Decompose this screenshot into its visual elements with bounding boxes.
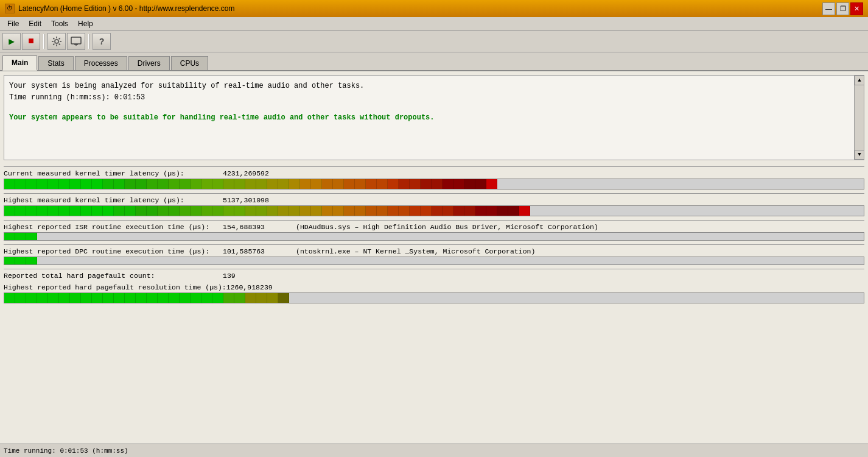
stat-desc-3: (ntoskrnl.exe – NT Kernel _System, Micro… (296, 247, 535, 255)
stats-section: Current measured kernel timer latency (µ… (4, 164, 864, 444)
stat-desc-2: (HDAudBus.sys – High Definition Audio Bu… (296, 223, 598, 231)
stat-label-5: Highest reported hard pagefault resoluti… (4, 283, 226, 291)
menu-file[interactable]: File (2, 18, 24, 29)
toolbar-separator-1 (43, 34, 44, 49)
stat-label-line-2: Highest reported ISR routine execution t… (4, 223, 864, 231)
stat-value-0: 4231,269592 (223, 169, 296, 177)
status-bar: Time running: 0:01:53 (h:mm:ss) (0, 444, 868, 457)
stop-button[interactable]: ■ (22, 33, 40, 50)
stat-row-3: Highest reported DPC routine execution t… (4, 247, 864, 265)
help-button[interactable]: ? (93, 33, 111, 50)
title-bar: ⏱ LatencyMon (Home Edition ) v 6.00 - ht… (0, 0, 868, 17)
svg-line-7 (59, 38, 60, 39)
play-button[interactable]: ▶ (2, 33, 21, 50)
tab-bar: Main Stats Processes Drivers CPUs (0, 52, 868, 71)
menu-tools[interactable]: Tools (46, 18, 73, 29)
stat-bar-3 (4, 257, 864, 265)
stat-value-3: 101,585763 (223, 247, 296, 255)
separator-1 (4, 193, 864, 194)
options-icon (51, 36, 62, 47)
separator-2 (4, 220, 864, 221)
separator-4 (4, 269, 864, 269)
tab-drivers[interactable]: Drivers (128, 56, 170, 71)
stat-label-line-3: Highest reported DPC routine execution t… (4, 247, 864, 255)
analysis-line-1: Your system is being analyzed for suitab… (9, 80, 848, 92)
analysis-status: Your system appears to be suitable for h… (9, 112, 848, 124)
svg-rect-9 (71, 37, 81, 44)
stat-value-5: 1260,918239 (226, 283, 299, 291)
menu-bar: File Edit Tools Help (0, 17, 868, 30)
window-title: LatencyMon (Home Edition ) v 6.00 - http… (18, 4, 235, 13)
stat-value-1: 5137,301098 (223, 196, 296, 204)
stat-label-0: Current measured kernel timer latency (µ… (4, 169, 223, 177)
stat-label-3: Highest reported DPC routine execution t… (4, 247, 223, 255)
scroll-up-button[interactable]: ▲ (855, 76, 864, 85)
stat-bar-2 (4, 232, 864, 241)
scroll-track[interactable] (855, 85, 864, 150)
stat-label-2: Highest reported ISR routine execution t… (4, 223, 223, 231)
stat-row-5: Highest reported hard pagefault resoluti… (4, 283, 864, 303)
stat-value-2: 154,688393 (223, 223, 296, 231)
title-bar-left: ⏱ LatencyMon (Home Edition ) v 6.00 - ht… (5, 4, 235, 13)
svg-line-8 (53, 43, 54, 44)
analysis-text-area[interactable]: Your system is being analyzed for suitab… (4, 75, 864, 160)
close-button[interactable]: ✕ (850, 2, 863, 15)
tab-main[interactable]: Main (2, 55, 37, 71)
svg-point-0 (55, 40, 58, 43)
minimize-button[interactable]: — (822, 2, 835, 15)
text-scrollbar[interactable]: ▲ ▼ (854, 76, 864, 160)
monitor-button[interactable] (67, 33, 85, 50)
stat-row-2: Highest reported ISR routine execution t… (4, 223, 864, 241)
main-content: Your system is being analyzed for suitab… (0, 71, 868, 444)
stat-bar-1 (4, 205, 864, 216)
toolbar-separator-2 (88, 34, 89, 49)
monitor-icon (71, 37, 82, 46)
svg-line-6 (59, 43, 60, 44)
stat-bar-0 (4, 179, 864, 190)
tab-processes[interactable]: Processes (75, 56, 127, 71)
tab-stats[interactable]: Stats (38, 56, 73, 71)
app-icon: ⏱ (5, 4, 15, 13)
menu-help[interactable]: Help (73, 18, 98, 29)
menu-edit[interactable]: Edit (24, 18, 46, 29)
stat-row-1: Highest measured kernel timer latency (µ… (4, 196, 864, 216)
analysis-line-2: Time running (h:mm:ss): 0:01:53 (9, 92, 848, 104)
stat-row-4: Reported total hard pagefault count: 139 (4, 272, 864, 280)
stat-label-line-0: Current measured kernel timer latency (µ… (4, 169, 864, 177)
stat-value-4: 139 (223, 272, 296, 280)
separator-3 (4, 244, 864, 245)
scroll-down-button[interactable]: ▼ (855, 150, 864, 160)
svg-line-5 (53, 38, 54, 39)
window-controls: — ❐ ✕ (822, 2, 863, 15)
tab-cpus[interactable]: CPUs (171, 56, 208, 71)
stat-row-0: Current measured kernel timer latency (µ… (4, 169, 864, 190)
stat-label-line-1: Highest measured kernel timer latency (µ… (4, 196, 864, 204)
status-text: Time running: 0:01:53 (h:mm:ss) (4, 447, 128, 455)
stat-label-1: Highest measured kernel timer latency (µ… (4, 196, 223, 204)
toolbar: ▶ ■ ? (0, 30, 868, 52)
options-button[interactable] (47, 33, 66, 50)
separator-0 (4, 166, 864, 167)
stat-label-line-5: Highest reported hard pagefault resoluti… (4, 283, 864, 291)
restore-button[interactable]: ❐ (836, 2, 849, 15)
stat-label-line-4: Reported total hard pagefault count: 139 (4, 272, 864, 280)
stat-bar-5 (4, 292, 864, 303)
stat-label-4: Reported total hard pagefault count: (4, 272, 223, 280)
